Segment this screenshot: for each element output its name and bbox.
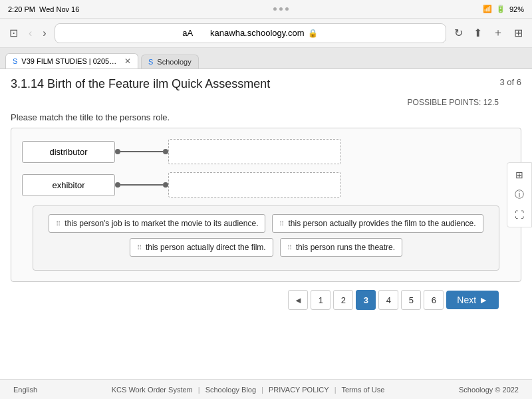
choices-row-2: ⠿ this person actually direct the film. …: [41, 238, 491, 257]
page-5-button[interactable]: 5: [401, 290, 421, 310]
page-3-label: 3: [364, 295, 368, 305]
choice-direct-text: this person actually direct the film.: [146, 243, 266, 252]
lock-icon: 🔒: [308, 29, 318, 38]
prev-arrow-icon: ◄: [294, 295, 303, 305]
content-wrapper: 3.1.14 Birth of the Feature ilm Quick As…: [0, 69, 532, 379]
status-left: 2:20 PM Wed Nov 16: [8, 5, 79, 13]
connector-dot-1b: [163, 149, 168, 154]
page-6-label: 6: [432, 295, 436, 305]
connector-dot-1: [115, 149, 120, 154]
time: 2:20 PM: [8, 5, 35, 13]
page-1-label: 1: [319, 295, 323, 305]
sidebar-toggle-button[interactable]: ⊡: [7, 24, 21, 42]
tab1-label: V39 FILM STUDIES | 02050000_3819_0205000…: [21, 57, 120, 65]
instructions: Please match the title to the persons ro…: [0, 110, 532, 128]
page-4-button[interactable]: 4: [378, 290, 398, 310]
url-text: kanawha.schoology.com: [210, 28, 304, 38]
choice-market[interactable]: ⠿ this person's job is to market the mov…: [49, 214, 265, 233]
term-exhibitor-label: exhibitor: [52, 180, 84, 190]
footer-copyright: Schoology © 2022: [459, 386, 519, 394]
choice-market-text: this person's job is to market the movie…: [65, 219, 258, 228]
page-6-button[interactable]: 6: [424, 290, 444, 310]
page-2-button[interactable]: 2: [333, 290, 353, 310]
page-2-label: 2: [341, 295, 346, 305]
grid-icon-button[interactable]: ⊞: [510, 166, 529, 184]
footer-privacy-link[interactable]: PRIVACY POLICY: [269, 386, 329, 394]
connector-line-1: [120, 151, 163, 152]
pagination-area: ◄ 1 2 3 4 5 6 Next ►: [0, 282, 532, 318]
match-row-exhibitor: exhibitor: [22, 172, 510, 198]
choice-direct[interactable]: ⠿ this person actually direct the film.: [130, 238, 273, 257]
possible-points: POSSIBLE POINTS: 12.5: [0, 95, 532, 110]
drag-icon-2: ⠿: [279, 220, 284, 227]
connector-dot-2: [115, 182, 120, 188]
address-bar[interactable]: aA kanawha.schoology.com 🔒: [55, 23, 446, 43]
page-header: 3.1.14 Birth of the Feature ilm Quick As…: [0, 69, 532, 95]
forward-button[interactable]: ›: [40, 25, 49, 42]
next-arrow-icon: ►: [479, 295, 488, 305]
info-icon-button[interactable]: ⓘ: [510, 186, 529, 204]
font-size-label[interactable]: aA: [182, 28, 193, 38]
connector-dot-2b: [163, 182, 168, 188]
possible-points-label: POSSIBLE POINTS:: [408, 98, 481, 107]
dot3: [285, 7, 289, 11]
tab-schoology[interactable]: S Schoology: [141, 55, 199, 68]
tab2-label: Schoology: [157, 58, 191, 66]
choice-theatre[interactable]: ⠿ this person runs the theatre.: [280, 238, 402, 257]
back-button[interactable]: ‹: [26, 25, 35, 42]
drag-icon-1: ⠿: [56, 220, 61, 227]
tabs-button[interactable]: ⊞: [511, 24, 525, 42]
page-4-label: 4: [386, 295, 391, 305]
match-row-distributor: distributor: [22, 139, 510, 164]
battery-icon: 🔋: [496, 5, 505, 13]
toolbar-actions: ↻ ⬆ ＋ ⊞: [452, 23, 525, 43]
match-target-2[interactable]: [168, 172, 341, 198]
choice-provides[interactable]: ⠿ this person actually provides the film…: [272, 214, 483, 233]
term-distributor: distributor: [22, 141, 115, 163]
footer-language: English: [13, 386, 37, 394]
dot2: [279, 7, 283, 11]
next-label: Next: [457, 295, 476, 305]
matching-area: distributor exhibitor: [11, 128, 521, 282]
new-tab-button[interactable]: ＋: [490, 23, 506, 43]
connector-2: [115, 182, 168, 188]
next-button[interactable]: Next ►: [446, 291, 499, 309]
drag-icon-3: ⠿: [137, 244, 142, 251]
connector-1: [115, 149, 168, 154]
refresh-button[interactable]: ↻: [452, 24, 466, 42]
prev-page-button[interactable]: ◄: [288, 290, 308, 310]
footer-links: KCS Work Order System | Schoology Blog |…: [112, 386, 385, 394]
status-bar: 2:20 PM Wed Nov 16 📶 🔋 92%: [0, 0, 532, 19]
choice-provides-text: this person actually provides the film t…: [288, 219, 475, 228]
browser-toolbar: ⊡ ‹ › aA kanawha.schoology.com 🔒 ↻ ⬆ ＋ ⊞: [0, 19, 532, 48]
footer-terms-link[interactable]: Terms of Use: [341, 386, 384, 394]
wifi-icon: 📶: [483, 5, 492, 13]
page-title: 3.1.14 Birth of the Feature ilm Quick As…: [11, 77, 270, 91]
page-3-button[interactable]: 3: [356, 290, 376, 310]
term-exhibitor: exhibitor: [22, 174, 115, 196]
expand-icon-button[interactable]: ⛶: [510, 205, 529, 224]
term-distributor-label: distributor: [49, 147, 87, 157]
share-button[interactable]: ⬆: [471, 24, 485, 42]
tab-bar: S V39 FILM STUDIES | 02050000_3819_02050…: [0, 48, 532, 69]
tab1-close-icon[interactable]: ✕: [124, 57, 131, 66]
status-right: 📶 🔋 92%: [483, 5, 524, 13]
match-target-1[interactable]: [168, 139, 341, 164]
choices-row-1: ⠿ this person's job is to market the mov…: [41, 214, 491, 233]
status-center: [273, 7, 289, 11]
footer: English KCS Work Order System | Schoolog…: [0, 379, 532, 399]
dot1: [273, 7, 277, 11]
battery-percent: 92%: [509, 5, 524, 13]
tab1-icon: S: [13, 57, 17, 65]
tab-film-studies[interactable]: S V39 FILM STUDIES | 02050000_3819_02050…: [5, 53, 138, 68]
choices-area: ⠿ this person's job is to market the mov…: [33, 205, 499, 271]
footer-kcs-link[interactable]: KCS Work Order System: [112, 386, 193, 394]
page-1-button[interactable]: 1: [311, 290, 331, 310]
instructions-text: Please match the title to the persons ro…: [11, 112, 170, 122]
connector-line-2: [120, 184, 163, 186]
footer-blog-link[interactable]: Schoology Blog: [205, 386, 256, 394]
possible-points-value: 12.5: [483, 98, 499, 107]
side-toolbar: ⊞ ⓘ ⛶: [507, 162, 532, 227]
day: Wed Nov 16: [39, 5, 79, 13]
choice-theatre-text: this person runs the theatre.: [296, 243, 395, 252]
